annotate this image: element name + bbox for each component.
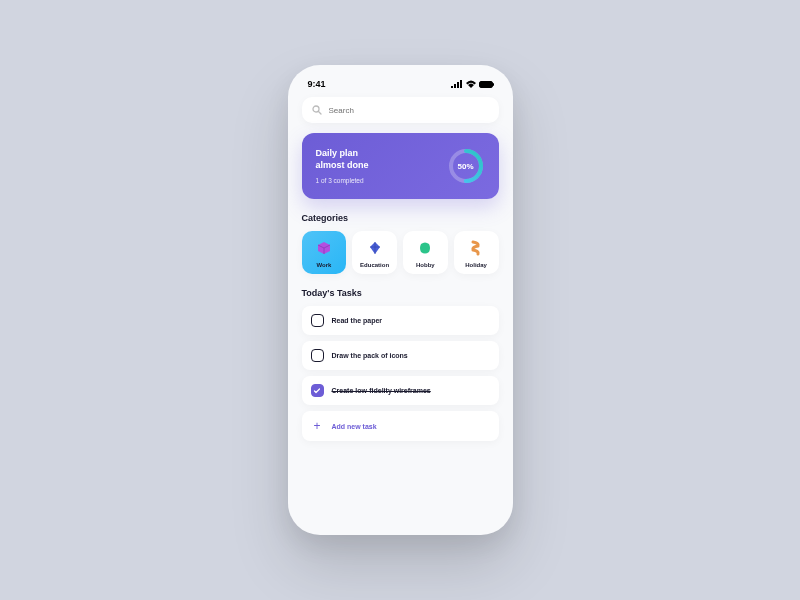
- progress-ring: 50%: [447, 147, 485, 185]
- category-label: Holiday: [465, 262, 487, 268]
- status-bar: 9:41: [302, 79, 499, 97]
- status-icons: [451, 80, 493, 88]
- daily-subtitle: 1 of 3 completed: [316, 177, 369, 184]
- status-time: 9:41: [308, 79, 326, 89]
- checkbox-unchecked[interactable]: [311, 314, 324, 327]
- category-label: Work: [316, 262, 331, 268]
- task-row[interactable]: Draw the pack of icons: [302, 341, 499, 370]
- task-label: Draw the pack of icons: [332, 352, 408, 359]
- svg-line-5: [318, 112, 321, 115]
- progress-percent: 50%: [457, 162, 473, 171]
- daily-plan-card[interactable]: Daily plan almost done 1 of 3 completed …: [302, 133, 499, 199]
- svg-rect-0: [451, 86, 453, 88]
- task-label: Create low-fidelity wireframes: [332, 387, 431, 394]
- svg-rect-1: [454, 84, 456, 88]
- category-holiday[interactable]: Holiday: [454, 231, 499, 274]
- search-input[interactable]: [329, 106, 489, 115]
- svg-rect-3: [460, 80, 462, 88]
- category-education[interactable]: Education: [352, 231, 397, 274]
- task-row[interactable]: Read the paper: [302, 306, 499, 335]
- categories-row: Work Education Hobby Holiday: [302, 231, 499, 274]
- plus-icon: +: [311, 419, 324, 433]
- tasks-list: Read the paper Draw the pack of icons Cr…: [302, 306, 499, 441]
- categories-heading: Categories: [302, 213, 499, 223]
- task-row[interactable]: Create low-fidelity wireframes: [302, 376, 499, 405]
- category-label: Education: [360, 262, 389, 268]
- svg-rect-2: [457, 82, 459, 88]
- add-task-row[interactable]: + Add new task: [302, 411, 499, 441]
- add-task-label: Add new task: [332, 423, 377, 430]
- box-icon: [315, 239, 333, 257]
- signal-icon: [451, 80, 463, 88]
- gem-icon: [366, 239, 384, 257]
- category-work[interactable]: Work: [302, 231, 347, 274]
- category-hobby[interactable]: Hobby: [403, 231, 448, 274]
- abstract-icon: [416, 239, 434, 257]
- daily-title-line2: almost done: [316, 160, 369, 172]
- category-label: Hobby: [416, 262, 435, 268]
- daily-title-line1: Daily plan: [316, 148, 369, 160]
- wifi-icon: [466, 80, 476, 88]
- tasks-heading: Today's Tasks: [302, 288, 499, 298]
- check-icon: [313, 387, 321, 395]
- battery-icon: [479, 81, 493, 88]
- daily-plan-text: Daily plan almost done 1 of 3 completed: [316, 148, 369, 183]
- search-box[interactable]: [302, 97, 499, 123]
- search-icon: [312, 105, 322, 115]
- checkbox-unchecked[interactable]: [311, 349, 324, 362]
- spiral-icon: [467, 239, 485, 257]
- task-label: Read the paper: [332, 317, 383, 324]
- checkbox-checked[interactable]: [311, 384, 324, 397]
- phone-frame: 9:41 Daily plan almost done 1 of 3 compl…: [288, 65, 513, 535]
